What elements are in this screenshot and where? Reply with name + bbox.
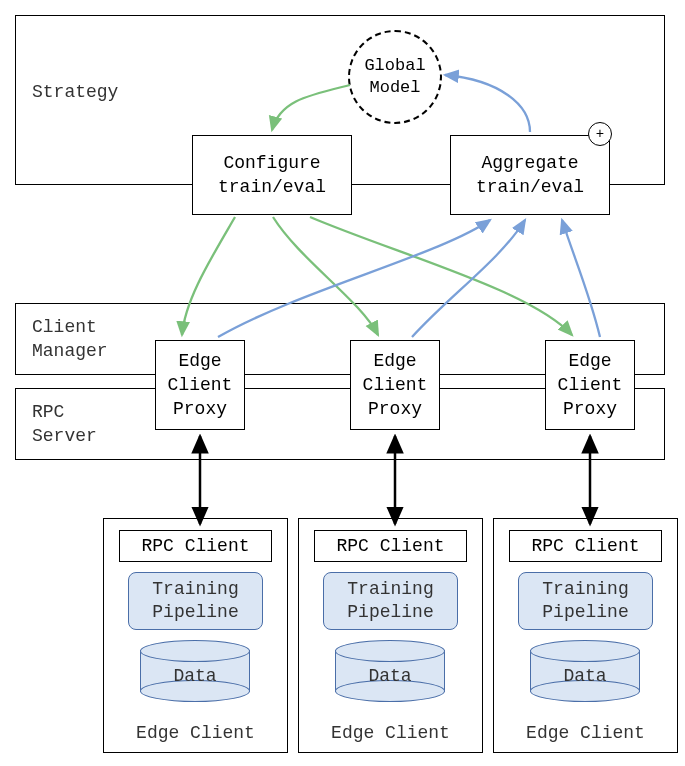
proxy-label-1: EdgeClientProxy <box>168 349 233 422</box>
training-pipeline-2: TrainingPipeline <box>323 572 458 630</box>
configure-box: Configuretrain/eval <box>192 135 352 215</box>
edge-client-label-3: Edge Client <box>493 723 678 743</box>
rpc-client-box-3: RPC Client <box>509 530 662 562</box>
global-model-node: GlobalModel <box>348 30 442 124</box>
data-label-2: Data <box>335 666 445 686</box>
proxy-label-3: EdgeClientProxy <box>558 349 623 422</box>
data-cylinder-3: Data <box>530 640 640 702</box>
global-model-label: GlobalModel <box>364 55 425 99</box>
rpc-client-box-1: RPC Client <box>119 530 272 562</box>
rpc-client-label-2: RPC Client <box>336 536 444 556</box>
proxy-box-3: EdgeClientProxy <box>545 340 635 430</box>
pipeline-label-1: TrainingPipeline <box>152 578 238 625</box>
aggregate-label: Aggregatetrain/eval <box>476 151 584 200</box>
data-cylinder-2: Data <box>335 640 445 702</box>
edge-client-label-2: Edge Client <box>298 723 483 743</box>
proxy-label-2: EdgeClientProxy <box>363 349 428 422</box>
edge-client-label-1: Edge Client <box>103 723 288 743</box>
diagram-canvas: Strategy GlobalModel Configuretrain/eval… <box>0 0 685 766</box>
strategy-title: Strategy <box>32 80 118 104</box>
rpc-server-title: RPCServer <box>32 400 97 449</box>
aggregate-plus-icon: + <box>588 122 612 146</box>
pipeline-label-2: TrainingPipeline <box>347 578 433 625</box>
plus-glyph: + <box>596 127 604 141</box>
rpc-client-label-1: RPC Client <box>141 536 249 556</box>
proxy-box-2: EdgeClientProxy <box>350 340 440 430</box>
client-manager-title: ClientManager <box>32 315 108 364</box>
data-label-3: Data <box>530 666 640 686</box>
training-pipeline-1: TrainingPipeline <box>128 572 263 630</box>
rpc-client-box-2: RPC Client <box>314 530 467 562</box>
training-pipeline-3: TrainingPipeline <box>518 572 653 630</box>
aggregate-box: Aggregatetrain/eval <box>450 135 610 215</box>
pipeline-label-3: TrainingPipeline <box>542 578 628 625</box>
data-cylinder-1: Data <box>140 640 250 702</box>
rpc-client-label-3: RPC Client <box>531 536 639 556</box>
configure-label: Configuretrain/eval <box>218 151 326 200</box>
proxy-box-1: EdgeClientProxy <box>155 340 245 430</box>
data-label-1: Data <box>140 666 250 686</box>
